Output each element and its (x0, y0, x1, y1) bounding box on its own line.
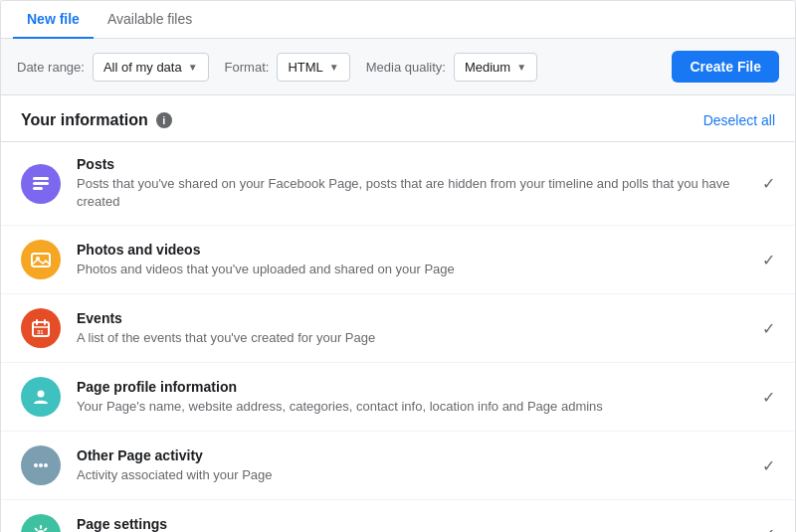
media-quality-label: Media quality: (366, 60, 446, 75)
tab-available-files[interactable]: Available files (94, 1, 206, 39)
svg-rect-1 (33, 182, 49, 185)
page-settings-content: Page settings Current settings for your … (77, 516, 746, 532)
other-activity-title: Other Page activity (77, 447, 746, 463)
section-header: Your information i Deselect all (1, 95, 795, 141)
other-activity-checkmark: ✓ (762, 456, 775, 475)
other-activity-icon (21, 445, 61, 485)
format-dropdown[interactable]: HTML ▼ (277, 53, 349, 82)
section-title: Your information (21, 111, 148, 129)
photos-videos-desc: Photos and videos that you've uploaded a… (77, 261, 746, 278)
svg-rect-3 (32, 254, 50, 266)
date-range-dropdown[interactable]: All of my data ▼ (93, 53, 209, 82)
svg-point-11 (34, 463, 38, 467)
events-desc: A list of the events that you've created… (77, 329, 746, 347)
date-range-value: All of my data (103, 60, 182, 75)
posts-title: Posts (77, 156, 746, 172)
svg-point-13 (44, 463, 48, 467)
svg-text:31: 31 (37, 329, 44, 335)
list-item: Other Page activity Activity associated … (1, 432, 795, 500)
page-profile-content: Page profile information Your Page's nam… (77, 379, 746, 416)
photos-videos-content: Photos and videos Photos and videos that… (77, 242, 746, 278)
posts-icon (21, 164, 61, 204)
format-group: Format: HTML ▼ (225, 53, 350, 82)
items-list: Posts Posts that you've shared on your F… (1, 141, 795, 532)
date-range-group: Date range: All of my data ▼ (17, 53, 209, 82)
date-range-arrow-icon: ▼ (188, 62, 198, 73)
page-settings-title: Page settings (77, 516, 746, 532)
list-item: Posts Posts that you've shared on your F… (1, 142, 795, 226)
posts-desc: Posts that you've shared on your Faceboo… (77, 175, 746, 211)
events-title: Events (77, 310, 746, 326)
section-title-group: Your information i (21, 111, 172, 129)
page-profile-icon (21, 377, 61, 417)
posts-checkmark: ✓ (762, 174, 775, 193)
events-content: Events A list of the events that you've … (77, 310, 746, 347)
toolbar: Date range: All of my data ▼ Format: HTM… (1, 39, 795, 95)
photos-videos-title: Photos and videos (77, 242, 746, 258)
page-profile-checkmark: ✓ (762, 388, 775, 407)
photos-videos-icon (21, 240, 61, 279)
other-activity-content: Other Page activity Activity associated … (77, 447, 746, 484)
format-value: HTML (288, 60, 322, 75)
media-quality-arrow-icon: ▼ (516, 62, 526, 73)
media-quality-value: Medium (465, 60, 510, 75)
svg-rect-0 (33, 177, 49, 180)
list-item: 31 Events A list of the events that you'… (1, 294, 795, 363)
media-quality-group: Media quality: Medium ▼ (366, 53, 537, 82)
format-label: Format: (225, 60, 270, 75)
page-settings-checkmark: ✓ (762, 525, 775, 532)
deselect-all-link[interactable]: Deselect all (703, 112, 775, 128)
other-activity-desc: Activity associated with your Page (77, 466, 746, 484)
list-item: Photos and videos Photos and videos that… (1, 226, 795, 294)
tab-new-file[interactable]: New file (13, 1, 94, 39)
photos-videos-checkmark: ✓ (762, 251, 775, 269)
svg-rect-2 (33, 187, 43, 190)
page-profile-title: Page profile information (77, 379, 746, 395)
format-arrow-icon: ▼ (329, 62, 339, 73)
svg-point-10 (38, 391, 45, 398)
posts-content: Posts Posts that you've shared on your F… (77, 156, 746, 211)
list-item: Page profile information Your Page's nam… (1, 363, 795, 432)
create-file-button[interactable]: Create File (672, 51, 779, 83)
events-checkmark: ✓ (762, 319, 775, 338)
main-container: New file Available files Date range: All… (0, 0, 796, 532)
page-settings-icon (21, 514, 61, 532)
date-range-label: Date range: (17, 60, 85, 75)
events-icon: 31 (21, 308, 61, 348)
tab-bar: New file Available files (1, 1, 795, 39)
page-profile-desc: Your Page's name, website address, categ… (77, 398, 746, 416)
svg-point-12 (39, 463, 43, 467)
list-item: Page settings Current settings for your … (1, 500, 795, 532)
media-quality-dropdown[interactable]: Medium ▼ (454, 53, 537, 82)
info-icon[interactable]: i (156, 112, 172, 128)
